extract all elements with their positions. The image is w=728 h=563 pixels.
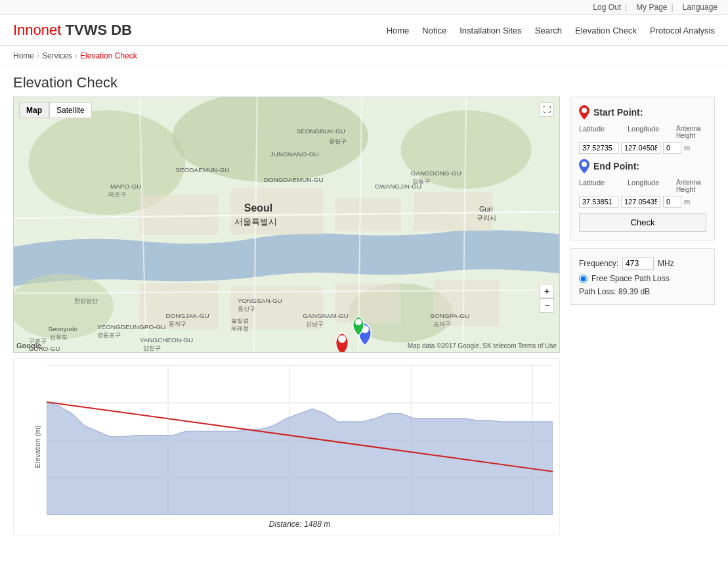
map-toggle-satellite[interactable]: Satellite: [49, 102, 92, 118]
breadcrumb-current: Elevation Check: [80, 51, 137, 60]
nav-search[interactable]: Search: [535, 26, 562, 35]
start-point-panel: Start Point: Latitude Longitude Antenna …: [570, 97, 715, 240]
end-point-title: End Point:: [579, 159, 706, 173]
frequency-label: Frequency:: [579, 259, 618, 268]
svg-text:선유도: 선유도: [50, 334, 68, 340]
start-antenna-input[interactable]: [663, 142, 681, 154]
svg-text:SEODAEMUN-GU: SEODAEMUN-GU: [175, 166, 229, 173]
start-point-title: Start Point:: [579, 105, 706, 120]
google-logo-text: Google: [16, 342, 41, 349]
nav-installation-sites[interactable]: Installation Sites: [460, 26, 522, 35]
main-content: Map Satellite ⛶: [0, 97, 728, 549]
zoom-in-button[interactable]: +: [540, 284, 554, 298]
svg-text:구리시: 구리시: [477, 214, 496, 221]
svg-text:Seoul: Seoul: [244, 202, 272, 214]
end-point-inputs: m: [579, 196, 706, 208]
svg-point-77: [582, 108, 587, 113]
svg-text:DONGJAK-GU: DONGJAK-GU: [165, 312, 209, 319]
frequency-unit: MHz: [658, 259, 674, 268]
svg-text:GANGNAM-GU: GANGNAM-GU: [303, 312, 349, 319]
red-pin-icon: [579, 105, 589, 120]
top-bar: Log Out | My Page | Language: [0, 0, 728, 15]
header: Innonet TVWS DB Home Notice Installation…: [0, 15, 728, 46]
end-antenna-input[interactable]: [663, 196, 681, 208]
start-point-coord-labels: Latitude Longitude Antenna Height: [579, 125, 706, 139]
svg-text:동작구: 동작구: [169, 321, 186, 327]
path-loss-value: 89.39 dB: [618, 287, 650, 296]
svg-text:영등포구: 영등포구: [97, 332, 121, 338]
end-point-coord-labels: Latitude Longitude Antenna Height: [579, 179, 706, 193]
svg-text:솔빛섬: 솔빛섬: [231, 317, 249, 324]
free-space-radio[interactable]: [579, 275, 588, 283]
chart-y-label: Elevation (m): [33, 426, 41, 468]
check-button[interactable]: Check: [579, 213, 706, 232]
svg-text:양천구: 양천구: [143, 345, 161, 351]
svg-point-54: [338, 335, 346, 343]
svg-point-78: [582, 162, 587, 167]
map-box[interactable]: Map Satellite ⛶: [13, 97, 560, 353]
path-loss-radio-row: Free Space Path Loss: [579, 274, 706, 283]
svg-text:용산구: 용산구: [238, 305, 255, 312]
page-title: Elevation Check: [0, 66, 728, 97]
start-longitude-input[interactable]: [621, 142, 660, 154]
map-footer-left: Google: [16, 342, 41, 349]
svg-text:Seonyudo: Seonyudo: [48, 325, 77, 332]
breadcrumb: Home › Services › Elevation Check: [0, 46, 728, 66]
map-toggle-map[interactable]: Map: [19, 102, 49, 118]
side-panel: Start Point: Latitude Longitude Antenna …: [570, 97, 715, 535]
breadcrumb-home[interactable]: Home: [13, 51, 34, 60]
nav-home[interactable]: Home: [387, 26, 410, 35]
svg-text:YONGSAN-GU: YONGSAN-GU: [238, 297, 282, 304]
language-link[interactable]: Language: [683, 3, 717, 12]
free-space-label: Free Space Path Loss: [591, 274, 670, 283]
svg-text:GWANGJIN-GU: GWANGJIN-GU: [375, 183, 421, 190]
svg-text:강남구: 강남구: [306, 321, 324, 327]
chart-distance-label: Distance: 1488 m: [47, 520, 553, 529]
map-terrain-svg: Seoul 서울특별시 Guri 구리시 MAPO-GU 마포구 SEODAEM…: [14, 97, 559, 352]
path-loss-display: Path Loss: 89.39 dB: [579, 287, 706, 296]
map-zoom-controls: + −: [540, 284, 554, 313]
nav-elevation-check[interactable]: Elevation Check: [575, 26, 637, 35]
frequency-row: Frequency: MHz: [579, 257, 706, 270]
svg-text:SEONGBUK-GU: SEONGBUK-GU: [296, 127, 345, 135]
logo-light: Innonet: [13, 22, 66, 38]
svg-text:세레정: 세레정: [231, 325, 249, 332]
breadcrumb-services[interactable]: Services: [42, 51, 72, 60]
svg-point-56: [355, 319, 362, 325]
blue-pin-icon: [579, 159, 589, 173]
svg-rect-7: [140, 195, 218, 235]
svg-text:GANGDONG-GU: GANGDONG-GU: [411, 169, 461, 177]
frequency-panel: Frequency: MHz Free Space Path Loss Path…: [570, 248, 715, 305]
svg-text:서울특별시: 서울특별시: [234, 217, 277, 227]
start-latitude-input[interactable]: [579, 142, 618, 154]
end-latitude-input[interactable]: [579, 196, 618, 208]
svg-text:DONGDAEMUN-GU: DONGDAEMUN-GU: [264, 176, 324, 183]
svg-text:송파구: 송파구: [433, 321, 451, 327]
svg-text:YANGCHEON-GU: YANGCHEON-GU: [140, 336, 194, 344]
map-fullscreen-icon[interactable]: ⛶: [540, 102, 554, 117]
path-loss-label: Path Loss:: [579, 287, 616, 296]
start-point-inputs: m: [579, 142, 706, 154]
chart-svg: 50.0 37.5 25.0 12.5 0.0 0 350 700 1,050 …: [47, 365, 553, 515]
svg-text:JUNGNANG-GU: JUNGNANG-GU: [270, 150, 319, 158]
svg-text:SONGPA-GU: SONGPA-GU: [430, 312, 469, 319]
logo-bold: TVWS DB: [66, 22, 132, 38]
zoom-out-button[interactable]: −: [540, 298, 554, 313]
frequency-input[interactable]: [622, 257, 654, 270]
end-longitude-input[interactable]: [621, 196, 660, 208]
svg-text:중랑구: 중랑구: [329, 138, 347, 145]
nav-protocol-analysis[interactable]: Protocol Analysis: [650, 26, 715, 35]
logo[interactable]: Innonet TVWS DB: [13, 22, 132, 39]
map-toggle: Map Satellite: [19, 102, 92, 118]
elevation-chart: Elevation (m) 50.0 37.5: [13, 358, 560, 535]
svg-text:한강방산: 한강방산: [74, 298, 98, 304]
map-footer-right: Map data ©2017 Google, SK telecom Terms …: [408, 342, 557, 349]
mypage-link[interactable]: My Page: [636, 3, 667, 12]
svg-text:Guri: Guri: [479, 205, 493, 213]
main-nav: Home Notice Installation Sites Search El…: [387, 26, 715, 35]
map-container: Map Satellite ⛶: [13, 97, 560, 535]
svg-text:MAPO-GU: MAPO-GU: [110, 183, 141, 190]
svg-text:YEONGDEUNGPO-GU: YEONGDEUNGPO-GU: [97, 323, 165, 330]
logout-link[interactable]: Log Out: [593, 3, 621, 12]
nav-notice[interactable]: Notice: [422, 26, 446, 35]
